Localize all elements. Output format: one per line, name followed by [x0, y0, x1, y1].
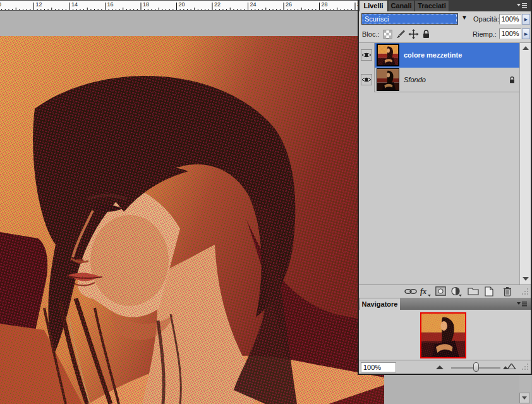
fill-value-field[interactable]: 100%	[499, 28, 521, 39]
navigator-footer: 100%	[359, 360, 531, 374]
layer-mask-icon[interactable]	[435, 286, 446, 296]
lock-label: Bloc.:	[362, 28, 380, 40]
navigator-zoom-field[interactable]: 100%	[361, 362, 396, 372]
ruler-label: 14	[71, 1, 78, 8]
fill-spinner-button[interactable]: ▶	[522, 28, 530, 39]
padlock-icon	[509, 76, 516, 84]
svg-text:fx: fx	[420, 287, 426, 296]
tab-tracciati[interactable]: Tracciati	[415, 1, 449, 11]
tab-canali[interactable]: Canali	[389, 1, 414, 11]
layer-row-colore-mezzetinte[interactable]: colore mezzetinte	[359, 43, 519, 68]
navigator-content	[359, 310, 531, 360]
opacity-value-field[interactable]: 100%	[499, 14, 521, 25]
opacity-label: Opacità:	[473, 13, 499, 25]
padlock-icon[interactable]	[421, 29, 432, 39]
visibility-toggle[interactable]	[361, 74, 372, 85]
ruler-label: 26	[286, 1, 292, 8]
ruler-label: 18	[143, 1, 149, 8]
brush-icon[interactable]	[396, 29, 406, 39]
move-icon[interactable]	[408, 29, 419, 39]
horizontal-ruler[interactable]: 1012141618202224262830	[0, 0, 358, 11]
panel-menu-icon[interactable]	[517, 301, 527, 308]
zoom-in-icon[interactable]	[503, 364, 516, 369]
layer-thumbnail[interactable]	[377, 68, 399, 91]
scroll-up-arrow[interactable]	[523, 46, 529, 50]
adjustment-layer-icon[interactable]	[451, 286, 462, 297]
link-layers-icon[interactable]	[404, 286, 417, 297]
scroll-down-arrow[interactable]	[519, 393, 530, 403]
layer-thumbnail[interactable]	[377, 44, 399, 66]
layers-panel-tabbar: Livelli Canali Tracciati	[359, 0, 531, 11]
document-vertical-scrollbar[interactable]	[519, 375, 531, 404]
tab-navigatore[interactable]: Navigatore	[360, 298, 400, 310]
panel-dock: Livelli Canali Tracciati Scurisci ▼ Opac…	[358, 0, 532, 375]
navigator-proxy-view[interactable]	[420, 312, 466, 358]
layer-name: Sfondo	[404, 68, 426, 92]
layer-row-body[interactable]: colore mezzetinte	[375, 43, 519, 68]
navigator-zoom-slider-thumb[interactable]	[473, 362, 479, 372]
layer-row-sfondo[interactable]: Sfondo	[359, 68, 519, 92]
layers-options: Scurisci ▼ Opacità: 100% ▶ Bloc.:	[359, 11, 531, 43]
panel-resize-grip[interactable]	[521, 363, 529, 371]
checkerboard-icon[interactable]	[382, 29, 393, 39]
ruler-label: 12	[36, 1, 42, 8]
photoshop-window: 1012141618202224262830 Livelli Canali Tr…	[0, 0, 532, 404]
new-layer-icon[interactable]	[485, 286, 493, 297]
opacity-spinner-button[interactable]: ▶	[522, 14, 530, 25]
ruler-label: 22	[214, 1, 221, 8]
navigator-tabbar: Navigatore	[359, 298, 531, 310]
fill-label: Riemp.:	[473, 28, 497, 40]
fx-icon[interactable]: fx	[420, 286, 431, 297]
blend-mode-select[interactable]: Scurisci	[361, 13, 458, 25]
visibility-toggle[interactable]	[361, 49, 372, 61]
visibility-cell	[359, 68, 375, 92]
panel-resize-grip[interactable]	[521, 288, 529, 296]
ruler-label: 16	[107, 1, 114, 8]
scroll-down-arrow[interactable]	[523, 277, 529, 281]
layer-name: colore mezzetinte	[404, 43, 462, 68]
eye-icon	[361, 50, 372, 60]
halftone-portrait-image	[0, 36, 384, 404]
ruler-label: 10	[0, 1, 1, 8]
folder-icon[interactable]	[468, 286, 479, 296]
eye-icon	[361, 75, 372, 85]
document-canvas[interactable]	[0, 36, 384, 404]
layer-row-body[interactable]: Sfondo	[375, 68, 519, 92]
trash-icon[interactable]	[503, 286, 512, 297]
zoom-out-icon[interactable]	[436, 365, 444, 369]
tab-livelli[interactable]: Livelli	[360, 1, 388, 11]
ruler-label: 20	[179, 1, 185, 8]
ruler-label: 24	[250, 1, 257, 8]
layers-list: colore mezzetinte S	[359, 43, 531, 285]
layers-scrollbar[interactable]	[519, 43, 531, 285]
chevron-down-icon[interactable]: ▼	[461, 14, 468, 21]
ruler-label: 28	[322, 1, 328, 8]
layers-panel-footer: fx	[359, 285, 531, 298]
panel-menu-icon[interactable]	[517, 3, 527, 9]
visibility-cell	[359, 43, 375, 68]
